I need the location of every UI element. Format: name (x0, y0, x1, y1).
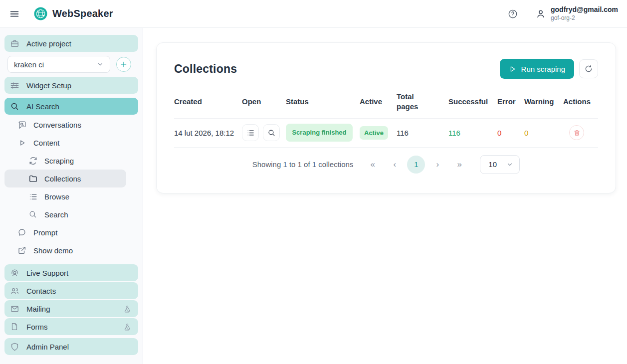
sidebar-item-collections[interactable]: Collections (4, 170, 126, 187)
top-bar: WebSpeaker godfryd@gmail.com gof-org-2 (0, 0, 627, 28)
refresh-icon (28, 156, 38, 166)
project-select[interactable]: kraken ci (7, 56, 110, 73)
search-icon (9, 102, 19, 111)
sidebar-item-scraping[interactable]: Scraping (4, 152, 138, 170)
sidebar-item-contacts[interactable]: Contacts (4, 282, 138, 299)
sliders-icon (9, 81, 19, 90)
sidebar-item-live-support[interactable]: Live Support (4, 264, 138, 281)
open-list-button[interactable] (242, 124, 259, 141)
double-chevron-left-icon: « (371, 160, 375, 170)
document-icon (9, 322, 19, 331)
cell-created: 14 lut 2026, 18:12 (174, 129, 242, 137)
first-page-button[interactable]: « (363, 156, 382, 174)
project-select-value: kraken ci (14, 60, 44, 69)
user-organization: gof-org-2 (551, 14, 618, 22)
sidebar-item-prompt[interactable]: Prompt (4, 223, 138, 241)
column-header-created: Created (174, 97, 242, 107)
search-icon (267, 129, 276, 137)
status-badge: Scraping finished (286, 124, 353, 142)
column-header-actions: Actions (563, 97, 597, 107)
user-email: godfryd@gmail.com (551, 5, 618, 14)
sidebar-item-browse[interactable]: Browse (4, 187, 138, 205)
sidebar-item-show-demo[interactable]: Show demo (4, 241, 138, 259)
chevron-left-icon: ‹ (393, 160, 396, 170)
column-header-active: Active (360, 97, 397, 107)
work-in-progress-icon (123, 323, 131, 331)
sidebar-item-forms[interactable]: Forms (4, 318, 138, 335)
sidebar-item-label: Content (33, 139, 60, 147)
sidebar-item-search[interactable]: Search (4, 205, 138, 223)
pagination-summary: Showing 1 to 1 of 1 collections (252, 160, 354, 169)
sidebar-item-content[interactable]: Content (4, 134, 138, 152)
chat-search-icon (17, 120, 27, 130)
column-header-status: Status (286, 97, 360, 107)
next-page-button[interactable]: › (428, 156, 447, 174)
user-menu[interactable]: godfryd@gmail.com gof-org-2 (535, 5, 620, 22)
briefcase-icon (9, 39, 19, 48)
sidebar-item-label: Live Support (26, 269, 68, 277)
column-header-successful: Successful (448, 97, 497, 107)
page-size-select[interactable]: 10 (480, 155, 520, 174)
sidebar-item-label: Conversations (33, 121, 81, 129)
sidebar-item-admin-panel[interactable]: Admin Panel (4, 338, 138, 355)
sidebar-item-conversations[interactable]: Conversations (4, 116, 138, 134)
sidebar-item-label: Forms (26, 323, 48, 331)
sidebar-item-label: Widget Setup (26, 81, 71, 90)
list-icon (28, 192, 38, 201)
sidebar-item-label: Mailing (26, 305, 50, 313)
speech-bubble-icon (17, 228, 27, 237)
work-in-progress-icon (123, 305, 131, 313)
active-badge: Active (360, 126, 388, 140)
refresh-button[interactable] (579, 59, 598, 78)
sidebar-item-label: Contacts (26, 287, 56, 295)
app-title: WebSpeaker (52, 8, 113, 19)
sidebar-item-label: Search (44, 210, 68, 219)
previous-page-button[interactable]: ‹ (385, 156, 404, 174)
envelope-icon (9, 304, 19, 314)
page-size-value: 10 (488, 160, 497, 169)
user-icon (535, 8, 546, 19)
cell-error: 0 (497, 129, 524, 137)
folder-icon (28, 174, 38, 183)
sidebar-item-widget-setup[interactable]: Widget Setup (4, 77, 138, 94)
sidebar-item-active-project[interactable]: Active project (4, 35, 138, 52)
table-row: 14 lut 2026, 18:12 (174, 119, 598, 148)
people-icon (9, 286, 19, 296)
main-content: Collections Run scraping (143, 28, 627, 364)
open-search-button[interactable] (263, 124, 280, 141)
hamburger-icon (9, 8, 20, 19)
column-header-total-pages: Total pages (397, 92, 427, 112)
play-icon (509, 65, 516, 73)
hamburger-menu-button[interactable] (5, 4, 24, 23)
help-icon (508, 9, 518, 19)
last-page-button[interactable]: » (450, 156, 469, 174)
delete-collection-button[interactable] (569, 125, 584, 140)
brand: WebSpeaker (34, 7, 113, 20)
chevron-down-icon (97, 61, 104, 68)
trash-icon (573, 129, 581, 137)
run-scraping-button[interactable]: Run scraping (500, 59, 574, 79)
sidebar-item-label: Active project (26, 39, 71, 48)
play-outline-icon (17, 139, 27, 147)
double-chevron-right-icon: » (457, 160, 462, 170)
add-project-button[interactable] (116, 57, 131, 72)
shield-icon (9, 342, 19, 352)
cell-open (242, 124, 286, 141)
sidebar-item-mailing[interactable]: Mailing (4, 300, 138, 317)
chevron-right-icon: › (436, 160, 439, 170)
sidebar-item-label: Admin Panel (26, 343, 69, 351)
ai-search-submenu: Conversations Content Scraping (4, 116, 138, 259)
plus-icon (120, 60, 128, 68)
help-button[interactable] (503, 4, 522, 23)
current-page-button[interactable]: 1 (407, 156, 425, 174)
run-scraping-label: Run scraping (521, 65, 565, 73)
webspeaker-logo-icon (34, 7, 47, 20)
sidebar-item-label: Collections (44, 175, 81, 183)
sidebar-item-ai-search[interactable]: AI Search (4, 98, 138, 115)
cell-successful: 116 (448, 129, 497, 137)
list-icon (246, 129, 255, 137)
headset-icon (9, 268, 19, 278)
sidebar-item-label: AI Search (26, 102, 59, 111)
cell-warning: 0 (524, 129, 563, 137)
collections-table: Created Open Status Active Total pages S… (174, 87, 598, 148)
